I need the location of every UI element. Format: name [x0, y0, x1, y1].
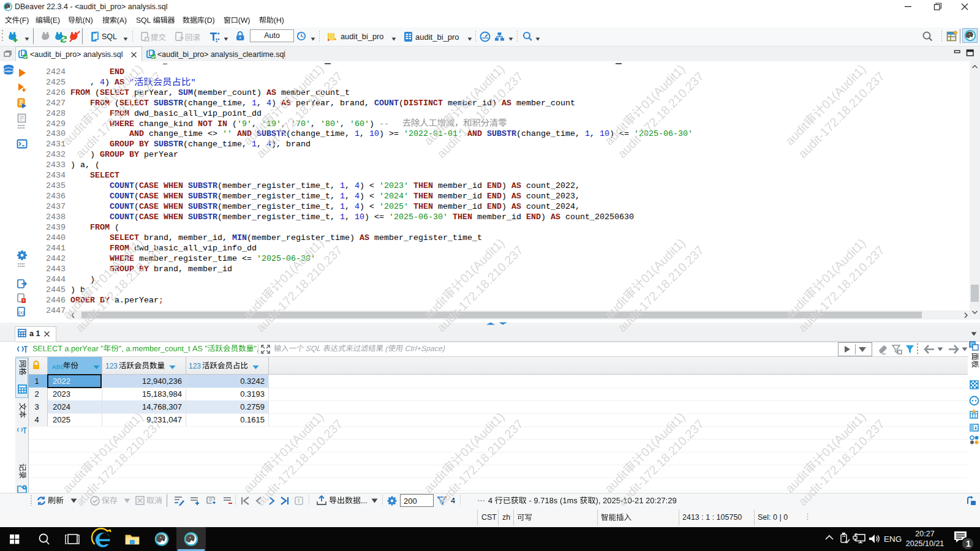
svg-text:1: 1	[966, 539, 971, 549]
